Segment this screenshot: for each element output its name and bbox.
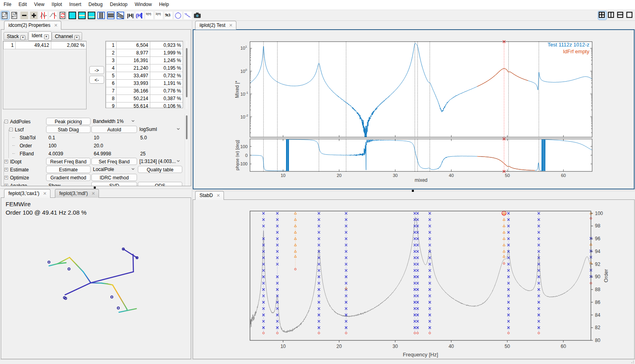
pole-table-scrollbar[interactable] — [185, 41, 187, 109]
quality-table-button[interactable]: Quality table — [138, 166, 182, 173]
-1-3124-4-003--dropdown[interactable]: [1:3124] (4.003... — [139, 158, 181, 165]
tab-idcom-properties[interactable]: idcom(2) Properties✕ — [4, 21, 61, 30]
tree-value[interactable]: 64.9998 — [94, 151, 111, 157]
stab-diag-button[interactable]: Stab Diag — [46, 126, 91, 133]
tree-label-lscf[interactable]: Lscf — [15, 127, 24, 133]
tree-label-analyze[interactable]: Analyze — [10, 183, 27, 186]
menu-help[interactable]: Help — [155, 0, 173, 10]
tree-label-order[interactable]: Order — [20, 143, 32, 149]
bandwidth-1--dropdown[interactable]: Bandwidth 1% — [93, 118, 136, 125]
close-icon[interactable]: ✕ — [44, 34, 49, 39]
tree-label-idopt[interactable]: IDopt — [10, 159, 22, 165]
close-icon[interactable]: ✕ — [54, 23, 58, 28]
right-splitter-handle[interactable] — [412, 190, 414, 192]
move-left-button[interactable]: <- — [89, 76, 104, 84]
tab-stabd[interactable]: StabD✕ — [195, 191, 224, 200]
menu-insert[interactable]: Insert — [66, 0, 85, 10]
close-icon[interactable]: ✕ — [91, 191, 95, 196]
table-row[interactable]: 28,9771,999 % — [106, 49, 183, 57]
tab-feplot-mdl[interactable]: feplot(3,'mdl')✕ — [55, 189, 99, 198]
peak-picking-button[interactable]: Peak picking — [46, 118, 91, 125]
autoid-button[interactable]: AutoId — [91, 126, 137, 133]
wireframe-node[interactable] — [111, 296, 113, 298]
nyquist-icon[interactable] — [174, 11, 182, 20]
idrc-method-button[interactable]: IDRC method — [91, 174, 137, 181]
gradient-method-button[interactable]: Gradient method — [46, 174, 91, 181]
pole-table[interactable]: 16,5040,923 %28,9771,999 %316,3911,245 %… — [105, 41, 183, 108]
tab-feplot-cax1[interactable]: feplot(3,'cax1')✕ — [4, 189, 50, 198]
expand-icon[interactable]: + — [4, 176, 8, 179]
subtab-stack[interactable]: Stack✕ — [4, 32, 28, 40]
tree-label-estimate[interactable]: Estimate — [10, 167, 29, 173]
expand-icon[interactable]: + — [4, 168, 8, 171]
reset-freq-band-button[interactable]: Reset Freq Band — [46, 158, 91, 165]
tree-label-addpoles[interactable]: AddPoles — [10, 119, 30, 125]
band-cursor-icon[interactable] — [39, 11, 48, 20]
close-icon[interactable]: ✕ — [20, 35, 25, 40]
wireframe-node[interactable] — [117, 307, 119, 309]
collapse-icon[interactable]: - — [9, 128, 13, 131]
scrollbar-thumb[interactable] — [186, 48, 187, 97]
new-pole-columns[interactable] — [294, 211, 506, 289]
bars-vertical-icon[interactable] — [97, 11, 105, 20]
left-splitter-handle[interactable] — [94, 187, 96, 189]
stabd-plot[interactable]: 10203040506080828486889092949698100Order… — [193, 199, 635, 359]
current-pole-table[interactable]: 149,4122,082 % — [3, 41, 87, 109]
feplot-wireframe[interactable] — [1, 197, 191, 359]
expand-icon[interactable]: + — [4, 184, 8, 186]
close-icon[interactable]: ✕ — [229, 23, 232, 28]
vertical-splitter[interactable] — [192, 21, 192, 359]
table-row[interactable]: 736,1660,776 % — [106, 87, 183, 95]
tree-scrollbar[interactable] — [185, 114, 187, 186]
tree-value[interactable]: 20.0 — [94, 143, 103, 149]
tree-value[interactable]: 25 — [140, 151, 145, 157]
menu-view[interactable]: View — [30, 0, 48, 10]
close-icon[interactable]: ✕ — [75, 35, 79, 40]
table-row[interactable]: 16,5040,923 % — [106, 42, 183, 49]
estimate-button[interactable]: Estimate — [46, 166, 91, 173]
table-row[interactable]: 633,9931,191 % — [106, 80, 183, 87]
snapshot-icon[interactable] — [193, 11, 202, 20]
table-row[interactable]: 850,2140,387 % — [106, 95, 183, 103]
tree-value[interactable]: 0.1 — [48, 135, 55, 141]
tree-value[interactable]: 10 — [94, 135, 99, 141]
window-grid-2x2-icon[interactable] — [598, 11, 607, 20]
zoom-out-icon[interactable] — [20, 11, 28, 20]
phase-3h-icon[interactable]: 3(H) — [155, 11, 163, 20]
table-row[interactable]: 533,4970,732 % — [106, 72, 183, 80]
menu-window[interactable]: Window — [131, 0, 155, 10]
wireframe-node[interactable] — [48, 261, 50, 263]
iiplot-frf-plot[interactable]: 10-210-1100101-1000100102030405060Mixed … — [193, 29, 635, 189]
table-row[interactable]: 316,3911,245 % — [106, 57, 183, 64]
logsumi-dropdown[interactable]: logSumI — [139, 126, 181, 133]
tree-value[interactable]: 5.0 — [140, 135, 147, 141]
curve-properties-icon[interactable]: I — [1, 11, 9, 20]
tab-iiplot-test[interactable]: iiplot(2) Test✕ — [195, 21, 236, 30]
phase-9h-icon[interactable]: 9(H) — [145, 11, 153, 20]
table-row[interactable]: 955,6140,106 % — [106, 103, 183, 109]
window-single-icon[interactable] — [626, 11, 634, 20]
move-right-button[interactable]: -> — [89, 66, 104, 74]
legend-test[interactable]: Test 1112z 1012-z — [548, 42, 589, 48]
layout-two-rows-icon[interactable] — [78, 11, 86, 20]
stable-pole-columns[interactable] — [262, 212, 540, 334]
wireframe-node[interactable] — [68, 268, 70, 270]
close-icon[interactable]: ✕ — [216, 193, 220, 198]
resize-grip-icon[interactable] — [630, 360, 634, 364]
ods-button[interactable]: ODS — [138, 182, 182, 186]
menu-debug[interactable]: Debug — [85, 0, 106, 10]
tree-value[interactable]: Show — [48, 183, 60, 186]
menu-iiplot[interactable]: IIplot — [48, 0, 66, 10]
expand-icon[interactable]: + — [4, 160, 8, 163]
legend-idfrf[interactable]: IdFrf empty — [563, 48, 589, 54]
tree-label-stabtol[interactable]: StabTol — [20, 135, 36, 141]
menu-edit[interactable]: Edit — [15, 0, 30, 10]
table-row[interactable]: 421,2400,195 % — [106, 64, 183, 72]
subtab-ident[interactable]: Ident✕ — [28, 31, 52, 41]
layout-main-sub-icon[interactable] — [87, 11, 96, 20]
frf-blue-icon[interactable]: (H( — [135, 11, 144, 20]
window-two-rows-icon[interactable] — [617, 11, 625, 20]
nine-t-three-icon[interactable]: 9t3 — [164, 11, 173, 20]
tree-label-fband[interactable]: FBand — [20, 151, 34, 157]
window-two-columns-icon[interactable] — [607, 11, 616, 20]
